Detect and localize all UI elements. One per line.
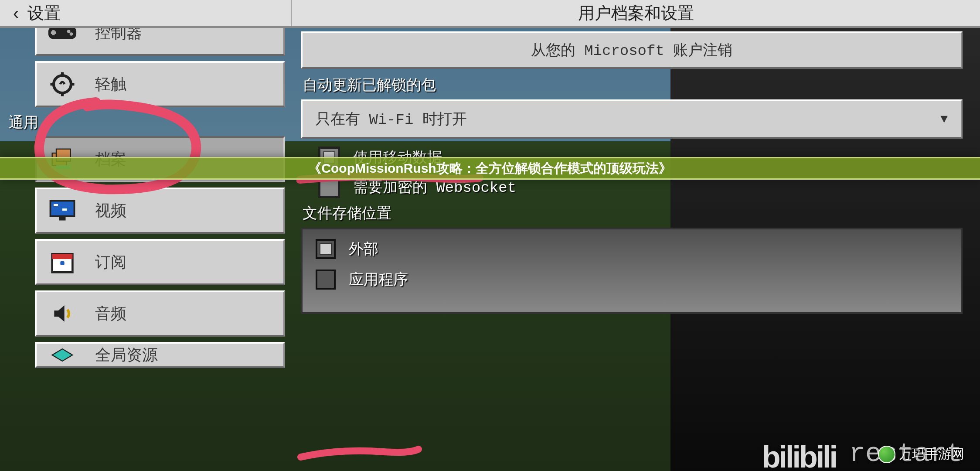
svg-point-4: [70, 32, 73, 36]
autoupdate-label: 自动更新已解锁的包: [303, 75, 963, 95]
svg-rect-10: [59, 216, 66, 221]
back-button[interactable]: ‹ 设置: [0, 0, 292, 26]
sidebar-item-video[interactable]: 视频: [35, 188, 285, 234]
sidebar-item-label: 轻触: [95, 74, 126, 95]
svg-rect-12: [62, 208, 67, 211]
sidebar-item-label: 视频: [95, 200, 126, 222]
sidebar-item-controller[interactable]: 控制器: [35, 28, 285, 56]
section-general-label: 通用: [9, 113, 285, 133]
radio-label: 外部: [349, 239, 378, 259]
chevron-down-icon: ▼: [940, 113, 948, 126]
sidebar-item-audio[interactable]: 音频: [35, 290, 285, 337]
svg-point-3: [67, 30, 71, 33]
header: ‹ 设置 用户档案和设置: [0, 0, 980, 28]
back-label: 设置: [27, 2, 61, 24]
sidebar-item-label: 全局资源: [95, 345, 158, 366]
svg-rect-11: [54, 204, 58, 206]
svg-rect-14: [52, 254, 73, 259]
speaker-icon: [47, 300, 78, 327]
site-name: 万玛手游网: [899, 445, 964, 463]
monitor-icon: [47, 198, 78, 224]
sidebar-item-label: 音频: [95, 303, 126, 324]
site-logo-icon: [878, 446, 895, 463]
storage-label: 文件存储位置: [303, 203, 963, 223]
storage-radio-group: 外部 应用程序: [301, 228, 963, 314]
sidebar-item-subscribe[interactable]: 订阅: [35, 239, 285, 285]
site-watermark: 万玛手游网: [878, 445, 964, 463]
sidebar-item-touch[interactable]: 轻触: [35, 61, 285, 107]
gamepad-icon: [47, 28, 78, 46]
calendar-plus-icon: [47, 249, 78, 275]
dropdown-value: 只在有 Wi-Fi 时打开: [316, 109, 467, 129]
main-panel: 从您的 Microsoft 账户注销 自动更新已解锁的包 只在有 Wi-Fi 时…: [292, 28, 980, 469]
radio-icon: [316, 239, 336, 259]
overlay-banner: 《CoopMissionRush攻略：全方位解锁合作模式的顶级玩法》: [0, 157, 980, 180]
sidebar-item-label: 控制器: [95, 28, 142, 44]
storage-option-external[interactable]: 外部: [303, 234, 961, 264]
signout-button[interactable]: 从您的 Microsoft 账户注销: [301, 31, 963, 69]
sidebar-item-label: 订阅: [95, 252, 126, 273]
checkbox-label: 需要加密的 Websocket: [353, 177, 516, 197]
radio-icon: [316, 270, 336, 290]
autoupdate-dropdown[interactable]: 只在有 Wi-Fi 时打开 ▼: [301, 99, 963, 139]
radio-label: 应用程序: [349, 270, 408, 290]
sidebar: 控制器 轻触 通用 档案 视频 订阅: [0, 28, 292, 469]
storage-option-app[interactable]: 应用程序: [303, 264, 961, 295]
svg-point-5: [54, 75, 71, 93]
page-title: 用户档案和设置: [292, 2, 980, 24]
touch-icon: [47, 71, 78, 97]
bilibili-watermark: bilibili: [762, 440, 836, 471]
resource-icon: [47, 342, 78, 368]
svg-rect-2: [51, 31, 56, 34]
chevron-left-icon: ‹: [13, 3, 19, 23]
sidebar-item-global[interactable]: 全局资源: [35, 342, 285, 368]
